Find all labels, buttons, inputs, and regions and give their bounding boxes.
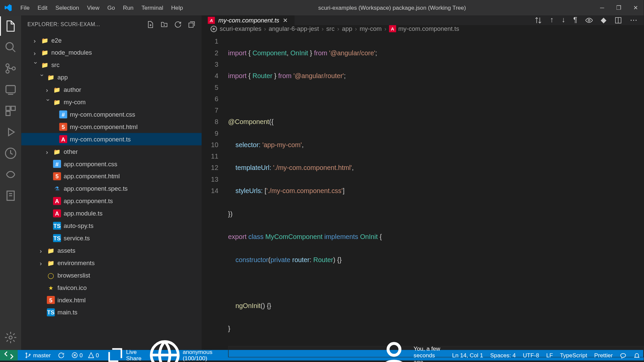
prettier-status[interactable]: Prettier [594, 352, 613, 359]
tree-item-browserslist[interactable]: ◯browserslist [21, 269, 202, 282]
git-blame[interactable]: You, a few seconds ago [376, 338, 445, 362]
problems-indicator[interactable]: 0 0 [71, 352, 99, 359]
chevron-right-icon: › [40, 260, 46, 266]
preview-icon[interactable] [585, 15, 593, 25]
encoding[interactable]: UTF-8 [523, 352, 539, 359]
diamond-icon[interactable]: ◆ [601, 15, 606, 25]
refresh-icon[interactable] [174, 20, 181, 29]
tree-item-service-ts[interactable]: TSservice.ts [21, 232, 202, 244]
tree-item-app-component-ts[interactable]: Aapp.component.ts [21, 195, 202, 207]
source-control-icon[interactable] [4, 62, 17, 75]
menu-go[interactable]: Go [104, 3, 118, 13]
tree-item-other[interactable]: ›📁other [21, 145, 202, 158]
tab-label: my-com.component.ts [218, 17, 279, 24]
tree-item-app-component-html[interactable]: 5app.component.html [21, 170, 202, 182]
more-actions-icon[interactable]: ⋯ [630, 15, 637, 25]
new-file-icon[interactable] [147, 20, 154, 29]
menu-selection[interactable]: Selection [52, 3, 83, 13]
tree-item-label: service.ts [64, 235, 90, 242]
chevron-right-icon: › [46, 148, 52, 155]
title-bar: FileEditSelectionViewGoRunTerminalHelp s… [0, 0, 644, 15]
tree-item-main-ts[interactable]: TSmain.ts [21, 306, 202, 318]
extensions-icon[interactable] [4, 105, 17, 117]
liveshare-activity-icon[interactable] [4, 168, 17, 181]
close-tab-icon[interactable]: ✕ [283, 17, 288, 24]
indentation[interactable]: Spaces: 4 [490, 352, 516, 359]
window-title: scuri-examples (Workspace) package.json … [186, 4, 598, 11]
tree-item-app-component-spec-ts[interactable]: ⚗app.component.spec.ts [21, 182, 202, 195]
eol[interactable]: LF [546, 352, 553, 359]
breadcrumb-item[interactable]: angular-6-app-jest [269, 25, 319, 32]
run-icon[interactable] [4, 126, 17, 138]
menu-help[interactable]: Help [168, 3, 186, 13]
editor-group: A my-com.component.ts ✕ ↑ ↓ ¶ ◆ ⋯ scuri-… [202, 15, 644, 350]
tree-item-label: main.ts [57, 309, 77, 316]
svg-point-0 [6, 43, 13, 50]
breadcrumb-item[interactable]: my-com [360, 25, 382, 32]
file-tree: ›📁e2e›📁node_modules›📁src›📁app›📁author›📁m… [21, 33, 202, 350]
tree-item-label: my-com.component.ts [70, 136, 131, 143]
breadcrumb-item[interactable]: scuri-examples [220, 25, 261, 32]
menu-file[interactable]: File [17, 3, 33, 13]
debug-icon[interactable] [4, 83, 17, 96]
git-branch[interactable]: master [25, 352, 51, 359]
tree-item-app-module-ts[interactable]: Aapp.module.ts [21, 207, 202, 220]
breadcrumb-item[interactable]: app [342, 25, 352, 32]
tree-item-author[interactable]: ›📁author [21, 83, 202, 96]
split-editor-icon[interactable] [614, 15, 622, 25]
tree-item-app[interactable]: ›📁app [21, 71, 202, 83]
feedback-icon[interactable] [620, 352, 627, 359]
editor-tab[interactable]: A my-com.component.ts ✕ [202, 15, 295, 25]
search-icon[interactable] [4, 41, 17, 54]
tree-item-assets[interactable]: ›📁assets [21, 244, 202, 257]
editor-tab-bar: A my-com.component.ts ✕ ↑ ↓ ¶ ◆ ⋯ [202, 15, 644, 25]
cursor-position[interactable]: Ln 14, Col 1 [452, 352, 483, 359]
tree-item-auto-spy-ts[interactable]: TSauto-spy.ts [21, 220, 202, 232]
chevron-right-icon: › [384, 25, 386, 32]
menu-view[interactable]: View [84, 3, 103, 13]
svg-point-15 [9, 336, 12, 339]
tree-item-index-html[interactable]: 5index.html [21, 294, 202, 306]
liveshare-status[interactable]: Live Share [106, 346, 142, 362]
compare-changes-icon[interactable] [534, 15, 542, 25]
notifications-icon[interactable] [634, 352, 640, 359]
minimize-button[interactable]: ─ [598, 4, 606, 11]
maximize-button[interactable]: ❐ [614, 4, 623, 11]
menu-terminal[interactable]: Terminal [138, 3, 167, 13]
tree-item-label: index.html [57, 296, 86, 303]
code-content[interactable]: import { Component, OnInit } from '@angu… [228, 36, 644, 362]
tree-item-my-com-component-css[interactable]: #my-com.component.css [21, 108, 202, 121]
tree-item-my-com-component-html[interactable]: 5my-com.component.html [21, 121, 202, 133]
close-button[interactable]: ✕ [631, 4, 640, 11]
tree-item-my-com[interactable]: ›📁my-com [21, 96, 202, 108]
paragraph-icon[interactable]: ¶ [573, 15, 577, 25]
new-folder-icon[interactable] [160, 20, 168, 29]
arrow-up-icon[interactable]: ↑ [550, 15, 553, 25]
language-mode[interactable]: TypeScript [560, 352, 587, 359]
sync-icon[interactable] [58, 352, 64, 359]
code-editor[interactable]: 1234567891011121314 import { Component, … [202, 32, 644, 362]
menu-edit[interactable]: Edit [34, 3, 51, 13]
menu-run[interactable]: Run [119, 3, 137, 13]
remote-indicator[interactable] [0, 350, 18, 361]
timeline-icon[interactable] [4, 147, 17, 160]
anonymous-status[interactable]: anonymous (100/100) [149, 339, 212, 362]
explorer-icon[interactable] [4, 20, 17, 32]
tree-item-node-modules[interactable]: ›📁node_modules [21, 46, 202, 59]
tree-item-label: author [64, 86, 81, 93]
tree-item-my-com-component-ts[interactable]: Amy-com.component.ts [21, 133, 202, 145]
bookmarks-icon[interactable] [4, 189, 17, 202]
collapse-all-icon[interactable] [188, 20, 195, 29]
tree-item-environments[interactable]: ›📁environments [21, 257, 202, 269]
tree-item-src[interactable]: ›📁src [21, 59, 202, 71]
tree-item-label: my-com [64, 99, 86, 106]
breadcrumb-item[interactable]: src [326, 25, 335, 32]
breadcrumb-item[interactable]: A my-com.component.ts [389, 25, 459, 32]
tree-item-app-component-css[interactable]: #app.component.css [21, 158, 202, 170]
tree-item-e2e[interactable]: ›📁e2e [21, 34, 202, 46]
tree-item-label: browserslist [57, 272, 90, 279]
tree-item-favicon-ico[interactable]: ★favicon.ico [21, 282, 202, 294]
settings-gear-icon[interactable] [4, 331, 17, 344]
svg-point-26 [29, 354, 30, 355]
arrow-down-icon[interactable]: ↓ [561, 15, 565, 25]
